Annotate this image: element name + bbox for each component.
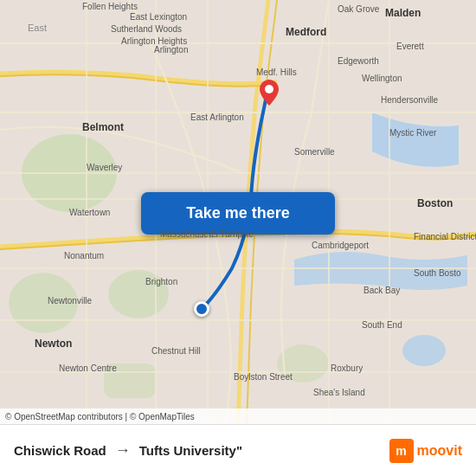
destination-label: Tufts University" xyxy=(139,443,242,458)
destination-marker xyxy=(260,80,279,104)
moovit-logo: m moovit xyxy=(389,439,462,463)
attribution-bar: © OpenStreetMap contributors | © OpenMap… xyxy=(0,408,476,424)
moovit-text: moovit xyxy=(417,443,462,459)
svg-point-6 xyxy=(402,335,446,366)
arrow-icon: → xyxy=(115,441,131,460)
bottom-bar: Chiswick Road → Tufts University" m moov… xyxy=(0,424,476,476)
svg-point-2 xyxy=(108,270,169,318)
svg-point-3 xyxy=(9,273,78,333)
map-container: East Take me there © OpenStreetMap contr… xyxy=(0,0,476,424)
take-me-there-button[interactable]: Take me there xyxy=(141,192,335,235)
svg-point-19 xyxy=(265,85,273,93)
origin-marker xyxy=(194,301,209,317)
moovit-icon: m xyxy=(389,439,414,463)
svg-rect-4 xyxy=(104,363,156,398)
origin-label: Chiswick Road xyxy=(14,443,106,458)
